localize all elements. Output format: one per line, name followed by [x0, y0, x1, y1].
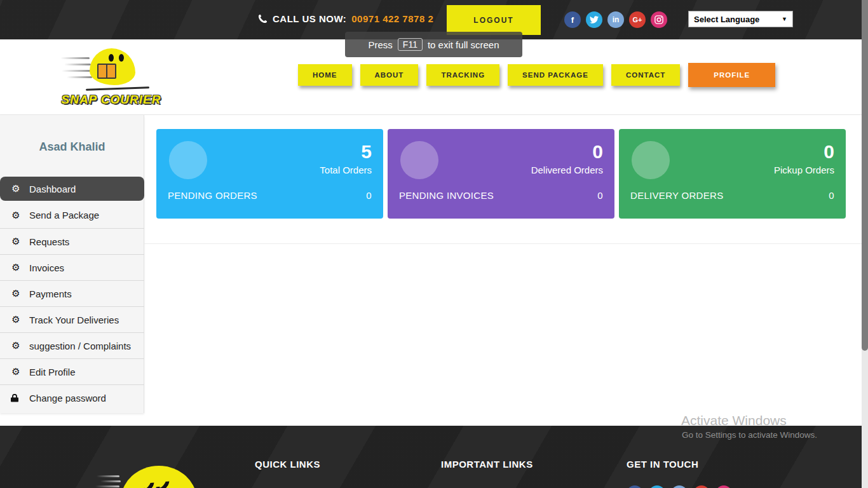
- sidebar-item-label: Payments: [29, 288, 72, 299]
- language-select-value: Select Language: [694, 15, 759, 24]
- pickup-orders-label: Pickup Orders: [774, 165, 834, 175]
- sidebar-item-label: Invoices: [29, 262, 64, 273]
- logo-speed-line: [62, 70, 92, 72]
- footer-logo-curl: [139, 476, 157, 488]
- linkedin-icon[interactable]: [671, 485, 688, 488]
- google-plus-icon[interactable]: [693, 485, 710, 488]
- user-sidebar: Asad Khalid ⚙ Dashboard ⚙ Send a Package…: [0, 115, 144, 413]
- nav-profile-button[interactable]: PROFILE: [688, 63, 775, 87]
- card-secondary-value: 0: [597, 190, 603, 201]
- package-box: [97, 64, 116, 79]
- fullscreen-toast: Press F11 to exit full screen: [345, 32, 522, 57]
- pending-orders-card: 5 Total Orders PENDING ORDERS 0: [156, 129, 383, 219]
- nav-tracking-button[interactable]: TRACKING: [426, 64, 499, 86]
- content-divider: [144, 243, 862, 244]
- pending-invoices-card: 0 Delivered Orders PENDING INVOICES 0: [388, 129, 614, 219]
- gear-icon: ⚙: [11, 183, 21, 194]
- card-title: PENDING INVOICES: [399, 190, 494, 201]
- sidebar-item-requests[interactable]: ⚙ Requests: [0, 228, 144, 254]
- footer-logo-speed-line: [97, 475, 119, 477]
- gear-icon: ⚙: [11, 314, 21, 325]
- brand-name: SNAP COURIER: [60, 93, 162, 107]
- facebook-icon[interactable]: [627, 485, 643, 488]
- twitter-icon[interactable]: [586, 11, 602, 28]
- google-plus-icon[interactable]: G+: [629, 11, 646, 28]
- linkedin-icon[interactable]: in: [607, 11, 624, 28]
- footer-logo-speed-line: [100, 480, 121, 482]
- sidebar-menu: ⚙ Dashboard ⚙ Send a Package ⚙ Requests …: [0, 176, 144, 410]
- footer-logo-partial: [121, 466, 197, 488]
- sidebar-item-dashboard[interactable]: ⚙ Dashboard: [0, 177, 144, 201]
- scrollbar-thumb[interactable]: [862, 0, 868, 351]
- twitter-icon[interactable]: [649, 485, 665, 488]
- gear-icon: ⚙: [11, 262, 21, 273]
- gear-icon: ⚙: [11, 366, 21, 377]
- nav-contact-button[interactable]: CONTACT: [611, 64, 680, 86]
- main-nav: HOME ABOUT TRACKING SEND PACKAGE CONTACT…: [298, 63, 775, 87]
- logo-speed-line: [67, 76, 92, 78]
- instagram-icon[interactable]: [651, 11, 667, 28]
- sidebar-item-label: Dashboard: [29, 184, 76, 194]
- card-title: DELIVERY ORDERS: [630, 190, 724, 201]
- delivered-orders-label: Delivered Orders: [531, 165, 603, 175]
- footer-logo-curl: [154, 475, 172, 488]
- card-secondary-value: 0: [829, 190, 834, 201]
- logo-baseline: [86, 86, 149, 90]
- total-orders-label: Total Orders: [320, 165, 372, 175]
- toast-press-text: Press: [369, 39, 393, 50]
- total-orders-value: 5: [320, 142, 372, 162]
- gear-icon: ⚙: [11, 236, 21, 247]
- page-scrollbar[interactable]: [862, 0, 868, 488]
- language-select[interactable]: Select Language ▼: [688, 11, 793, 27]
- linkedin-glyph: in: [613, 15, 620, 24]
- card-title: PENDING ORDERS: [168, 190, 257, 201]
- sidebar-item-edit-profile[interactable]: ⚙ Edit Profile: [0, 358, 144, 384]
- google-plus-glyph: G+: [633, 16, 642, 24]
- card-circle-decoration: [400, 141, 438, 179]
- sidebar-item-suggestion-complaints[interactable]: ⚙ suggestion / Complaints: [0, 332, 144, 358]
- logo-speed-line: [60, 57, 90, 59]
- nav-send-package-button[interactable]: SEND PACKAGE: [508, 64, 603, 86]
- f11-key-badge: F11: [398, 38, 423, 51]
- mascot-eye: [119, 54, 124, 62]
- sidebar-item-label: Requests: [29, 236, 69, 247]
- gear-icon: ⚙: [11, 210, 21, 221]
- nav-about-button[interactable]: ABOUT: [360, 64, 419, 86]
- logout-button[interactable]: LOGOUT: [447, 5, 541, 35]
- sidebar-item-send-a-package[interactable]: ⚙ Send a Package: [0, 202, 144, 228]
- pickup-orders-value: 0: [774, 142, 834, 162]
- footer-heading-quick-links: QUICK LINKS: [255, 459, 320, 470]
- facebook-glyph: f: [571, 15, 574, 25]
- activate-windows-subtext: Go to Settings to activate Windows.: [682, 430, 817, 440]
- sidebar-item-track-your-deliveries[interactable]: ⚙ Track Your Deliveries: [0, 306, 144, 332]
- sidebar-item-label: suggestion / Complaints: [29, 341, 131, 351]
- sidebar-item-payments[interactable]: ⚙ Payments: [0, 280, 144, 306]
- card-secondary-value: 0: [366, 190, 372, 201]
- nav-home-button[interactable]: HOME: [298, 64, 352, 86]
- sidebar-item-label: Edit Profile: [29, 367, 76, 377]
- logo-speed-line: [64, 64, 91, 65]
- phone-icon: [258, 14, 268, 24]
- card-circle-decoration: [632, 141, 670, 179]
- lock-icon: [11, 394, 21, 402]
- social-icons-row: f in G+: [564, 11, 667, 28]
- phone-number: 00971 422 7878 2: [351, 13, 433, 24]
- sidebar-item-label: Send a Package: [29, 210, 99, 220]
- snap-courier-logo[interactable]: SNAP COURIER: [60, 48, 156, 107]
- toast-suffix-text: to exit full screen: [428, 39, 499, 50]
- sidebar-item-invoices[interactable]: ⚙ Invoices: [0, 254, 144, 280]
- call-label: CALL US NOW:: [273, 13, 346, 24]
- footer-heading-get-in-touch: GET IN TOUCH: [627, 459, 698, 470]
- user-name: Asad Khalid: [0, 140, 144, 154]
- footer-social-row: [627, 485, 732, 488]
- dashboard-cards: 5 Total Orders PENDING ORDERS 0 0 Delive…: [156, 129, 846, 219]
- sidebar-item-change-password[interactable]: Change password: [0, 384, 144, 410]
- sidebar-item-label: Change password: [29, 393, 106, 403]
- select-arrow-icon: ▼: [782, 16, 787, 22]
- mascot-eye: [109, 54, 114, 62]
- instagram-icon[interactable]: [715, 485, 732, 488]
- gear-icon: ⚙: [11, 288, 21, 299]
- delivery-orders-card: 0 Pickup Orders DELIVERY ORDERS 0: [619, 129, 846, 219]
- facebook-icon[interactable]: f: [564, 11, 581, 28]
- footer-logo-speed-line: [95, 485, 119, 487]
